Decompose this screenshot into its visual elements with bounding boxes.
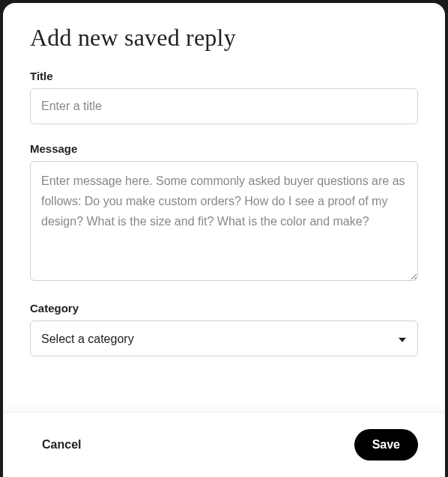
message-field: Message	[30, 142, 418, 284]
add-saved-reply-modal: Add new saved reply Title Message Catego…	[3, 3, 445, 477]
save-button[interactable]: Save	[354, 429, 418, 461]
category-label: Category	[30, 302, 418, 315]
modal-footer: Cancel Save	[3, 412, 445, 477]
message-label: Message	[30, 142, 418, 155]
category-select-wrapper: Select a category	[30, 320, 418, 356]
title-label: Title	[30, 70, 418, 82]
modal-body: Add new saved reply Title Message Catego…	[3, 3, 445, 412]
modal-title: Add new saved reply	[30, 24, 418, 52]
message-textarea[interactable]	[30, 161, 418, 281]
category-select[interactable]: Select a category	[30, 320, 418, 356]
category-field: Category Select a category	[30, 302, 418, 356]
title-input[interactable]	[30, 88, 418, 124]
cancel-button[interactable]: Cancel	[30, 431, 93, 459]
title-field: Title	[30, 70, 418, 124]
